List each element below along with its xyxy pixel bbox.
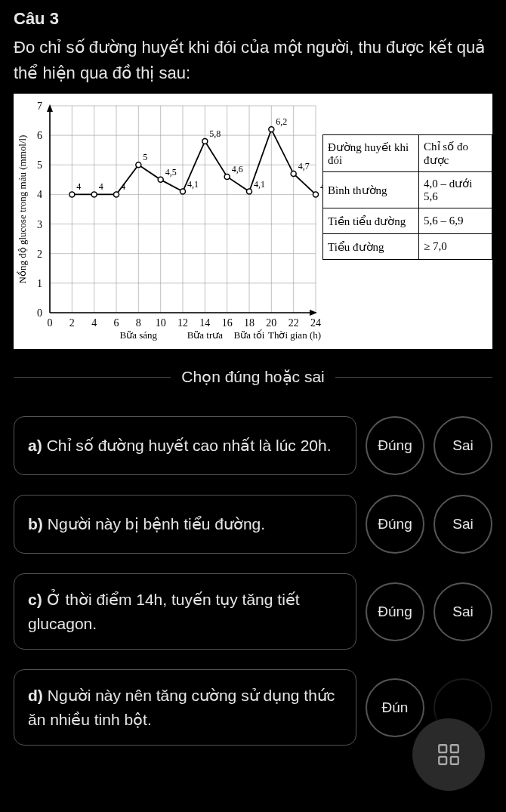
svg-point-54 [158,178,163,183]
svg-rect-75 [439,745,446,752]
svg-text:18: 18 [244,317,255,329]
table-row: Tiền tiểu đường5,6 – 6,9 [323,208,492,234]
statement-row-a: a)Chỉ số đường huyết cao nhất là lúc 20h… [14,416,492,475]
svg-text:5,8: 5,8 [209,128,221,139]
svg-point-46 [69,192,75,197]
svg-text:20: 20 [266,317,276,329]
svg-text:4: 4 [99,182,103,193]
statement-c: c)Ở thời điểm 14h, tuyến tụy tăng tiết g… [14,573,356,650]
divider-label: Chọn đúng hoặc sai [171,368,335,386]
svg-point-62 [247,189,252,194]
svg-point-58 [202,139,208,144]
question-figure: 0123456702468101214161820222444454,54,15… [14,94,492,349]
svg-text:5: 5 [37,159,42,171]
svg-text:4,7: 4,7 [298,161,310,171]
false-button[interactable]: Sai [433,416,492,475]
svg-text:7: 7 [37,100,42,112]
statement-a: a)Chỉ số đường huyết cao nhất là lúc 20h… [14,416,356,475]
svg-text:0: 0 [48,317,53,329]
true-button[interactable]: Đúng [366,582,424,641]
statement-b: b)Người này bị bệnh tiểu đường. [14,495,356,554]
svg-text:Nồng độ glucose trong máu (mmo: Nồng độ glucose trong máu (mmol/l) [17,135,28,284]
svg-text:Bữa trưa: Bữa trưa [187,329,224,341]
svg-point-60 [224,174,230,180]
svg-text:2: 2 [37,249,42,260]
grid-icon [436,742,461,767]
svg-text:4,5: 4,5 [165,167,177,178]
svg-text:1: 1 [37,278,42,289]
svg-text:6: 6 [37,130,42,141]
svg-text:2: 2 [69,317,75,329]
svg-text:0: 0 [37,307,42,319]
false-button[interactable]: Sai [433,495,492,554]
section-divider: Chọn đúng hoặc sai [14,368,492,386]
svg-text:5: 5 [143,152,147,162]
svg-text:16: 16 [222,317,233,329]
menu-fab-button[interactable] [412,718,485,791]
svg-text:14: 14 [199,317,210,329]
true-button[interactable]: Đúng [366,416,424,475]
svg-text:4,6: 4,6 [232,164,243,174]
svg-rect-76 [451,745,458,752]
svg-text:3: 3 [37,219,42,230]
svg-point-66 [291,171,296,177]
svg-text:4,1: 4,1 [187,179,199,190]
svg-point-52 [136,162,141,168]
svg-rect-78 [451,757,458,764]
svg-point-48 [91,192,97,197]
svg-marker-24 [310,310,317,316]
question-number: Câu 3 [14,9,492,29]
true-button[interactable]: Đún [366,678,424,737]
glucose-chart: 0123456702468101214161820222444454,54,15… [14,94,327,349]
table-row: Tiểu đường≥ 7,0 [323,234,492,260]
statement-row-b: b)Người này bị bệnh tiểu đường. Đúng Sai [14,495,492,554]
svg-point-50 [114,192,119,197]
svg-text:4: 4 [91,317,97,329]
statement-d: d)Người này nên tăng cường sử dụng thức … [14,669,356,746]
table-row: Bình thường4,0 – dưới 5,6 [323,172,492,208]
false-button[interactable]: Sai [433,582,492,641]
reference-table: Đường huyết khi đóiChỉ số đo được Bình t… [322,134,492,260]
statement-row-c: c)Ở thời điểm 14h, tuyến tụy tăng tiết g… [14,573,492,650]
svg-text:12: 12 [177,317,188,329]
true-button[interactable]: Đúng [366,495,424,554]
svg-text:4: 4 [37,190,42,201]
svg-text:10: 10 [156,317,166,329]
svg-text:6,2: 6,2 [276,117,287,128]
svg-point-68 [313,192,319,197]
svg-rect-77 [439,757,446,764]
svg-text:24: 24 [310,317,321,329]
svg-text:8: 8 [136,317,141,329]
svg-text:4,1: 4,1 [254,179,265,190]
svg-text:Thời gian (h): Thời gian (h) [268,329,321,341]
svg-text:22: 22 [288,317,299,329]
svg-text:Bữa sáng: Bữa sáng [120,329,158,341]
svg-text:6: 6 [114,317,119,329]
question-body: Đo chỉ số đường huyết khi đói của một ng… [14,35,492,86]
svg-text:4: 4 [76,182,81,193]
table-row: Đường huyết khi đóiChỉ số đo được [323,135,492,172]
svg-text:4: 4 [121,182,125,193]
svg-point-56 [180,189,186,194]
svg-text:Bữa tối: Bữa tối [234,329,265,341]
svg-marker-23 [47,104,53,112]
svg-point-64 [269,127,274,132]
